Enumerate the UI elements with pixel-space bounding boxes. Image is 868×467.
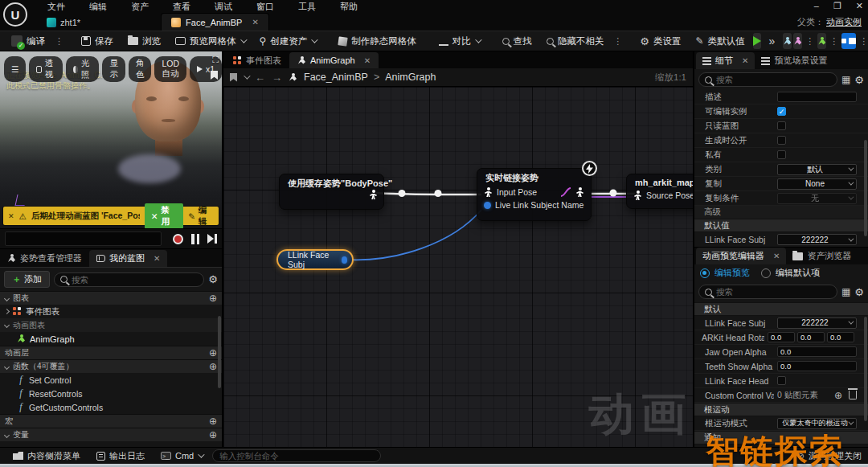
menu-asset[interactable]: 资产 [119,0,161,14]
item-event-graph[interactable]: 事件图表 [0,305,222,318]
blueprint-graph-button[interactable] [841,33,856,49]
section-default-value[interactable]: 默认值 [694,219,868,232]
category-combo[interactable]: 默认 [777,164,857,175]
browse-button[interactable]: 浏览 [121,33,167,50]
tab-close-icon[interactable]: ✕ [154,254,160,263]
item-animgraph[interactable]: AnimGraph [0,332,222,346]
section-default[interactable]: 默认 [694,302,868,316]
teeth-show-field[interactable]: 0.0 [777,361,857,371]
animation-options-icon[interactable]: ⋮ [828,36,840,47]
forward-icon[interactable]: → [272,72,282,84]
edit-button[interactable]: ✎编辑 [188,205,214,227]
viewport-menu-button[interactable]: ☰ [4,56,26,82]
skeleton-button[interactable] [783,33,792,49]
pause-icon[interactable] [191,234,199,244]
tab-close-icon[interactable]: ✕ [773,252,780,260]
tab-event-graph[interactable]: 事件图表 [225,52,289,68]
character-button[interactable]: 角色 [129,56,152,82]
plus-circle-icon[interactable]: ⊕ [209,361,217,372]
jaw-open-field[interactable]: 0.0 [777,346,857,357]
tab-close-icon[interactable]: ✕ [364,56,371,65]
compile-button[interactable]: 编译 [5,33,51,50]
skeletal-mesh-button[interactable] [793,33,802,49]
menu-file[interactable]: 文件 [35,0,77,14]
compile-options-icon[interactable]: ⋮ [53,36,65,47]
search-input[interactable] [72,275,198,285]
item-function-set-control[interactable]: fSet Control [0,373,222,387]
scrollbar[interactable] [864,317,867,421]
node-llink-face-subj-variable[interactable]: LLink Face Subj [276,249,354,270]
hide-unrelated-button[interactable]: 隐藏不相关 [540,33,611,50]
class-defaults-button[interactable]: ✎类默认值 [689,33,751,50]
tab-asset-browser[interactable]: 资产浏览器 [786,248,858,264]
preview-viewport[interactable]: ☰ 透视 光照 显示 角色 LOD自动 x1 ⛶ 正在预览Face_AnimBP… [0,51,222,228]
menu-help[interactable]: 帮助 [328,0,370,14]
menu-debug[interactable]: 调试 [203,0,244,14]
replication-combo[interactable]: None [777,178,857,190]
panel-settings-icon[interactable]: ⚙ [208,274,218,285]
show-button[interactable]: 显示 [102,56,125,82]
search-input[interactable] [716,75,831,84]
plus-circle-icon[interactable]: ⊕ [209,429,217,440]
source-pose-pin[interactable] [633,190,642,200]
llink-subj-combo[interactable]: 222222 [777,317,857,329]
plus-circle-icon[interactable]: ⊕ [209,293,217,304]
mesh-options-icon[interactable]: ⋮ [804,36,816,47]
content-drawer-button[interactable]: 内容侧滑菜单 [6,450,87,462]
section-graphs[interactable]: 图表⊕ [0,291,222,305]
output-log-button[interactable]: 输出日志 [90,450,151,462]
graph-options-icon[interactable]: ⋮ [858,36,868,47]
scrollbar[interactable] [864,140,867,236]
warning-close-icon[interactable]: ✕ [8,212,14,220]
description-field[interactable] [777,92,857,102]
hide-unrelated-options-icon[interactable]: ⋮ [612,36,624,47]
settings-gear-icon[interactable]: ⚙ [854,75,864,85]
cmd-selector[interactable]: >_Cmd [154,451,209,461]
trash-icon[interactable] [849,391,857,399]
tab-my-blueprint[interactable]: 我的蓝图 ✕ [89,250,167,267]
project-tab[interactable]: zht1* [39,14,88,31]
minimize-icon[interactable]: – [814,1,819,11]
pose-output-pin[interactable] [575,187,584,197]
lit-button[interactable]: 光照 [66,56,100,82]
display-filter-icon[interactable]: ▦ [841,74,850,85]
diff-button[interactable]: 对比 [432,33,486,50]
breadcrumb[interactable]: Face_AnimBP>AnimGraph [304,72,436,83]
tab-close-icon[interactable]: ✕ [742,56,748,65]
preview-editor-search[interactable] [698,285,837,299]
plus-circle-icon[interactable]: ⊕ [209,347,217,358]
variable-output-pin[interactable] [342,256,347,264]
console-input[interactable] [219,451,374,461]
expose-on-spawn-checkbox[interactable] [777,136,786,145]
tab-pose-watch-manager[interactable]: 姿势查看管理器 [0,250,89,267]
timeline-field[interactable] [5,231,162,246]
tab-close-icon[interactable]: ✕ [252,18,258,27]
tab-preview-scene-settings[interactable]: 预览场景设置 [755,52,833,69]
tab-anim-preview-editor[interactable]: 动画预览编辑器✕ [696,248,786,264]
input-pose-pin[interactable] [484,187,493,197]
node-live-link-pose[interactable]: 实时链接姿势 Input Pose Live Link Subject Name [477,168,592,221]
rotation-z-field[interactable]: 0.0 [827,332,854,342]
find-button[interactable]: 查找 [496,33,538,50]
animation-button[interactable] [817,33,826,49]
play-button[interactable] [753,33,761,49]
make-static-mesh-button[interactable]: 制作静态网格体 [332,33,423,50]
close-icon[interactable]: ✕ [856,1,863,11]
menu-edit[interactable]: 编辑 [77,0,119,14]
tab-face-animbp[interactable]: Face_AnimBP ✕ [161,13,269,31]
edit-defaults-radio[interactable]: 编辑默认项 [755,264,825,281]
record-icon[interactable] [173,234,183,244]
menu-view[interactable]: 查看 [161,0,203,14]
forward-chevrons-icon[interactable]: » [763,35,782,47]
my-blueprint-search[interactable] [54,272,204,287]
plus-circle-icon[interactable]: ⊕ [209,416,217,427]
details-search[interactable] [698,72,837,87]
display-filter-icon[interactable]: ▦ [841,286,850,297]
node-mh-arkit-mapping[interactable]: mh_arkit_mapping Source Pose [626,174,694,209]
tab-details[interactable]: 细节✕ [696,52,755,69]
section-macros[interactable]: 宏⊕ [0,414,222,428]
rotation-x-field[interactable]: 0.0 [768,332,795,342]
node-use-cached-pose[interactable]: 使用缓存姿势"BodyPose" [279,174,384,210]
section-root-motion[interactable]: 根运动 [694,403,868,416]
section-variables[interactable]: 变量⊕ [0,428,222,441]
